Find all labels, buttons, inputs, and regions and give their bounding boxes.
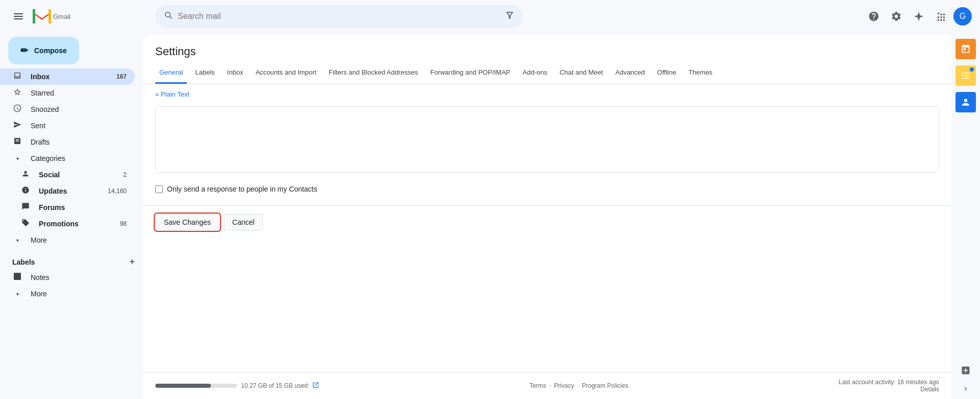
expand-right-panel-button[interactable] [955,383,976,395]
sidebar-item-more-labels[interactable]: ▾ More [0,286,135,302]
add-label-button[interactable]: + [129,256,135,267]
search-bar [155,5,523,28]
sidebar-item-snoozed[interactable]: Snoozed [0,101,135,118]
starred-label: Starred [31,89,127,97]
sidebar-item-inbox[interactable]: Inbox 167 [0,68,135,85]
gemini-button[interactable] [909,6,929,27]
apps-button[interactable] [931,6,951,27]
tab-inbox[interactable]: Inbox [223,62,248,84]
menu-button[interactable] [8,6,29,27]
footer: 10.27 GB of 15 GB used Terms · Privacy ·… [143,372,951,399]
more-categories-label: More [31,236,127,244]
search-input[interactable] [178,12,500,21]
sidebar-item-promotions[interactable]: Promotions 98 [0,216,135,232]
contacts-only-label[interactable]: Only send a response to people in my Con… [167,185,317,193]
search-filter-icon[interactable] [505,10,515,23]
inbox-icon [12,72,22,82]
avatar[interactable]: G [953,7,972,26]
tab-offline[interactable]: Offline [653,62,680,84]
gmail-logo[interactable]: Gmail [33,9,70,24]
main-layout: ✏ Compose Inbox 167 Starred Snoozed [0,33,980,399]
notes-icon [12,273,22,282]
right-sidebar [951,33,980,399]
footer-right: Last account activity: 16 minutes ago De… [839,379,939,393]
contacts-checkbox-row: Only send a response to people in my Con… [143,181,951,201]
sep2: · [577,382,579,389]
storage-text: 10.27 GB of 15 GB used [241,382,308,389]
notes-label: Notes [31,273,127,281]
save-changes-button[interactable]: Save Changes [155,214,220,230]
social-icon [20,170,31,180]
compose-icon: ✏ [20,45,28,56]
inbox-label: Inbox [31,73,116,81]
tab-accounts[interactable]: Accounts and Import [251,62,320,84]
sidebar-item-sent[interactable]: Sent [0,118,135,134]
snoozed-label: Snoozed [31,105,127,113]
tab-filters[interactable]: Filters and Blocked Addresses [325,62,422,84]
updates-count: 14,160 [108,187,127,195]
svg-rect-1 [14,16,23,17]
sidebar-item-social[interactable]: Social 2 [0,167,135,183]
topbar: Gmail [0,0,980,33]
auto-reply-text[interactable] [156,107,939,172]
details-link[interactable]: Details [920,386,939,393]
action-buttons: Save Changes Cancel [143,210,951,243]
drafts-icon [12,137,22,147]
tab-addons[interactable]: Add-ons [518,62,551,84]
sent-label: Sent [31,122,127,130]
contacts-only-checkbox[interactable] [155,185,163,193]
sidebar-item-notes[interactable]: Notes [0,269,135,286]
svg-rect-2 [14,18,23,19]
tab-forwarding[interactable]: Forwarding and POP/IMAP [426,62,514,84]
tab-labels[interactable]: Labels [191,62,219,84]
promotions-count: 98 [120,220,127,227]
more-labels-label: More [31,290,127,298]
labels-title: Labels [12,258,35,266]
privacy-link[interactable]: Privacy [554,382,574,389]
auto-reply-textarea[interactable] [155,106,939,173]
storage-fill [155,384,211,388]
settings-button[interactable] [886,6,906,27]
drafts-label: Drafts [31,138,127,146]
tasks-panel-button[interactable] [955,65,976,86]
sent-icon [12,121,22,131]
topbar-left: Gmail [8,6,151,27]
sidebar-item-starred[interactable]: Starred [0,85,135,101]
cancel-button[interactable]: Cancel [224,214,264,230]
social-count: 2 [123,171,127,178]
tab-advanced[interactable]: Advanced [611,62,649,84]
svg-rect-3 [33,9,51,24]
sidebar-item-categories[interactable]: ▾ Categories [0,150,135,167]
contacts-panel-button[interactable] [955,92,976,112]
labels-section-header: Labels + [0,248,143,269]
forums-icon [20,202,31,213]
sidebar-item-more-categories[interactable]: ▾ More [0,232,135,248]
plain-text-link[interactable]: « Plain Text [143,84,951,104]
settings-content: « Plain Text Only send a response to peo… [143,84,951,372]
calendar-panel-button[interactable] [955,39,976,59]
compose-button[interactable]: ✏ Compose [8,37,79,64]
sidebar-item-drafts[interactable]: Drafts [0,134,135,150]
forums-label: Forums [39,203,127,212]
updates-icon [20,186,31,196]
divider [143,205,951,206]
sidebar: ✏ Compose Inbox 167 Starred Snoozed [0,33,143,399]
storage-open-icon[interactable] [312,382,319,390]
settings-title: Settings [143,35,951,58]
help-button[interactable] [864,6,884,27]
categories-icon: ▾ [12,156,22,161]
tab-themes[interactable]: Themes [684,62,716,84]
tab-chat[interactable]: Chat and Meet [556,62,607,84]
program-policies-link[interactable]: Program Policies [582,382,628,389]
topbar-right: G [864,6,972,27]
sidebar-item-updates[interactable]: Updates 14,160 [0,183,135,199]
add-panel-button[interactable] [955,360,976,381]
content-area: Settings General Labels Inbox Accounts a… [143,35,951,399]
footer-center: Terms · Privacy · Program Policies [530,382,628,389]
inbox-count: 167 [116,73,127,80]
promotions-icon [20,219,31,229]
terms-link[interactable]: Terms [530,382,546,389]
promotions-label: Promotions [39,220,120,228]
sidebar-item-forums[interactable]: Forums [0,199,135,216]
tab-general[interactable]: General [155,62,187,84]
